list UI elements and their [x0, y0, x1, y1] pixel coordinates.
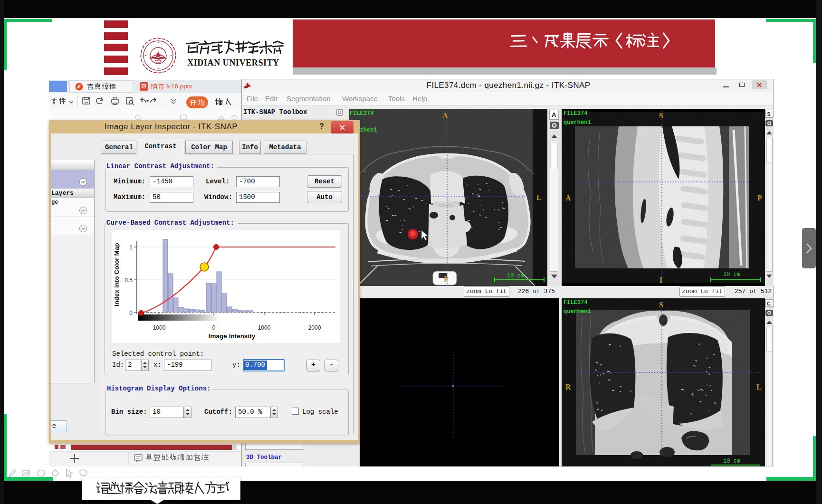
svg-text:3D Toolbar: 3D Toolbar	[246, 454, 282, 461]
svg-text:Index into Color Map: Index into Color Map	[113, 243, 120, 307]
svg-text:L: L	[756, 383, 762, 391]
svg-text:P: P	[757, 194, 762, 202]
svg-text:10 cm: 10 cm	[723, 458, 740, 465]
svg-text:FILE374: FILE374	[564, 110, 587, 117]
svg-text:L: L	[536, 193, 542, 201]
svg-text:-1000: -1000	[151, 324, 166, 331]
svg-text:S: S	[659, 301, 663, 309]
svg-text:A: A	[552, 111, 556, 118]
svg-text:Image Intensity: Image Intensity	[209, 333, 256, 340]
svg-text:P: P	[444, 275, 449, 283]
svg-text:I: I	[660, 276, 662, 284]
svg-text:C: C	[767, 301, 771, 306]
svg-text:FILE374: FILE374	[564, 299, 587, 306]
svg-text:1: 1	[129, 244, 133, 251]
svg-text:0: 0	[212, 324, 216, 331]
svg-text:10 cm: 10 cm	[723, 271, 740, 278]
svg-text:querhen1: querhen1	[564, 308, 591, 315]
svg-text:R: R	[565, 383, 571, 391]
svg-text:A: A	[565, 194, 571, 202]
svg-text:2000: 2000	[308, 324, 321, 331]
svg-text:0.5: 0.5	[124, 277, 133, 284]
svg-text:10 cm: 10 cm	[507, 273, 524, 279]
svg-text:S: S	[767, 111, 771, 117]
svg-text:A: A	[442, 112, 448, 120]
svg-text:querhen1: querhen1	[564, 119, 591, 126]
svg-text:FILE374: FILE374	[350, 110, 373, 117]
svg-text:1000: 1000	[258, 324, 271, 331]
svg-text:S: S	[659, 112, 663, 120]
svg-text:0: 0	[129, 310, 133, 316]
